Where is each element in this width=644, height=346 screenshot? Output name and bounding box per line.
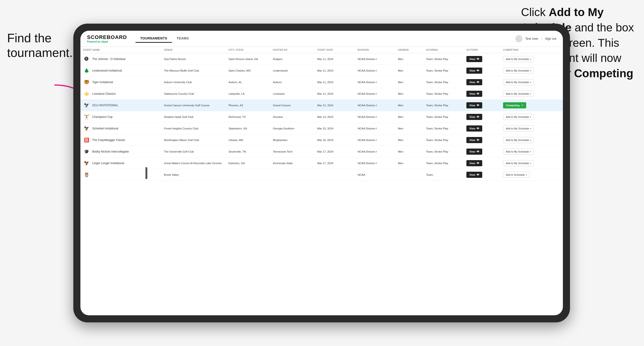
table-row: 🎓Bobby Nichols IntercollegiateThe Sevier… [80,146,563,158]
city-cell: Statesboro, GA [226,123,270,134]
scoring-cell: Team, Stroke Play [423,65,464,77]
app-header: SCOREBOARD Powered by clippd TOURNAMENTS… [80,31,563,47]
view-button[interactable]: View 👁 [466,125,482,132]
city-cell: Saint Simons Island, GA [226,53,270,65]
eye-icon: 👁 [476,115,480,119]
competing-cell: Add to My Schedule + [500,53,563,65]
hosted-cell: Auburn [270,77,314,88]
event-name-cell: 🌲Lindenwood Invitational [80,65,161,77]
hosted-cell: Grand Canyon [270,100,314,111]
eye-icon: 👁 [476,138,480,142]
hosted-cell: Tennessee Tech [270,146,314,158]
view-button[interactable]: View 👁 [466,56,482,62]
gender-cell: Men [395,146,423,158]
scoring-cell: Team, Stroke Play [423,123,464,134]
date-cell: Mar 15, 2024 [314,123,355,134]
division-cell: NCAA Division I [355,123,395,134]
division-cell: NCAA [355,169,395,181]
division-cell: NCAA Division I [355,88,395,100]
city-cell: Saint Charles, MO [226,65,270,77]
view-button[interactable]: View 👁 [466,172,482,178]
competing-button[interactable]: Competing ✓ [503,102,526,108]
scoring-cell: Team, Stroke Play [423,134,464,146]
col-header-hosted: HOSTED BY [270,47,314,53]
division-cell: NCAA Division I [355,53,395,65]
eye-icon: 👁 [476,150,480,153]
sidebar-toggle[interactable] [146,167,147,179]
table-row: 🐯Tiger InvitationalAuburn University Clu… [80,77,563,88]
view-button[interactable]: View 👁 [466,68,482,74]
venue-cell: Worthington Manor Golf Club [161,134,226,146]
division-cell: NCAA Division I [355,77,395,88]
division-cell: NCAA Division I [355,134,395,146]
venue-cell: Sea Palms Resort [161,53,226,65]
date-cell: Mar 12, 2024 [314,100,355,111]
view-button[interactable]: View 👁 [466,160,482,166]
eye-icon: 👁 [476,173,480,176]
event-name-cell: 🐯Tiger Invitational [80,77,161,88]
tablet-frame: SCOREBOARD Powered by clippd TOURNAMENTS… [73,24,570,322]
gender-cell [395,169,423,181]
city-cell: Eatonton, GA [226,158,270,169]
hosted-cell [270,169,314,181]
add-to-schedule-button[interactable]: Add to My Schedule + [503,91,534,97]
table-row: 🦅GCU INVITATIONALGrand Canyon University… [80,100,563,111]
hosted-cell: Rutgers [270,53,314,65]
hosted-cell: Binghamton [270,134,314,146]
col-header-competing: COMPETING [500,47,563,53]
add-to-schedule-button[interactable]: Add to My Schedule + [503,149,534,155]
table-container: EVENT NAME VENUE CITY, STATE HOSTED BY S… [80,47,563,315]
add-to-schedule-button[interactable]: Add to My Schedule + [503,56,534,62]
date-cell: Mar 11, 2024 [314,53,355,65]
nav-tabs: TOURNAMENTS TEAMS [136,34,194,43]
event-name-cell: 🅡The Johnnie - O Individual [80,53,161,65]
eye-icon: 👁 [476,104,480,107]
view-button[interactable]: View 👁 [466,102,482,108]
col-header-date: START DATE [314,47,355,53]
competing-cell: Add to My Schedule + [500,65,563,77]
add-to-schedule-button[interactable]: Add to My Schedule + [503,160,534,166]
sign-out-link[interactable]: Sign out [545,37,556,40]
add-to-schedule-button[interactable]: Add to My Schedule + [503,137,534,143]
add-to-schedule-button[interactable]: Add to My Schedule + [503,114,534,120]
add-to-schedule-button[interactable]: Add to My Schedule + [503,125,534,132]
logo-brand: clippd [101,40,108,43]
tab-tournaments[interactable]: TOURNAMENTS [136,34,172,43]
city-cell: Urbana, MD [226,134,270,146]
actions-cell: View 👁 [464,88,500,100]
competing-cell: Add to Schedule + [500,169,563,181]
actions-cell: View 👁 [464,111,500,123]
col-header-gender: GENDER [395,47,423,53]
actions-cell: View 👁 [464,169,500,181]
view-button[interactable]: View 👁 [466,149,482,155]
hosted-cell: Kennesaw State [270,158,314,169]
check-icon: ✓ [521,104,524,107]
add-to-schedule-button[interactable]: Add to My Schedule + [503,79,534,85]
gender-cell: Men [395,53,423,65]
actions-cell: View 👁 [464,146,500,158]
date-cell: Mar 17, 2024 [314,146,355,158]
table-header-row: EVENT NAME VENUE CITY, STATE HOSTED BY S… [80,47,563,53]
add-to-schedule-button[interactable]: Add to Schedule + [503,172,530,178]
division-cell: NCAA Division I [355,158,395,169]
event-name-cell: 🦉 [80,169,161,181]
date-cell: Mar 11, 2024 [314,77,355,88]
venue-cell: Auburn University Club [161,77,226,88]
scoring-cell: Team, [423,169,464,181]
add-to-schedule-button[interactable]: Add to My Schedule + [503,68,534,74]
logo-area: SCOREBOARD Powered by clippd [87,34,127,43]
hosted-cell: Georgia Southern [270,123,314,134]
view-button[interactable]: View 👁 [466,79,482,85]
event-name-cell: 🦅Linger Longer Invitational [80,158,161,169]
competing-cell: Add to My Schedule + [500,88,563,100]
tab-teams[interactable]: TEAMS [172,34,194,43]
view-button[interactable]: View 👁 [466,137,482,143]
view-button[interactable]: View 👁 [466,114,482,120]
scoring-cell: Team, Stroke Play [423,111,464,123]
actions-cell: View 👁 [464,65,500,77]
table-body: 🅡The Johnnie - O IndividualSea Palms Res… [80,53,563,181]
event-name-cell: 🏋️Champions Cup [80,111,161,123]
view-button[interactable]: View 👁 [466,91,482,97]
scoring-cell: Team, Stroke Play [423,88,464,100]
date-cell: Mar 17, 2024 [314,158,355,169]
